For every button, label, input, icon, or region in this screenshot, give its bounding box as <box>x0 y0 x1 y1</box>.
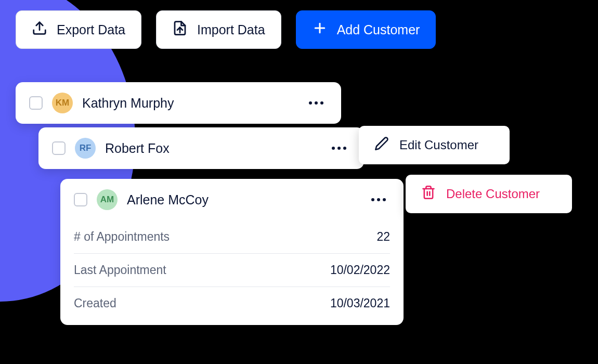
trash-icon <box>421 185 436 203</box>
plus-icon <box>312 20 328 39</box>
edit-customer-label: Edit Customer <box>399 138 478 152</box>
import-label: Import Data <box>197 22 265 37</box>
upload-icon <box>32 20 47 39</box>
export-label: Export Data <box>57 22 125 37</box>
detail-row: Created 10/03/2021 <box>74 287 390 320</box>
delete-customer-menu-item[interactable]: Delete Customer <box>406 175 572 213</box>
import-button[interactable]: Import Data <box>156 10 281 49</box>
last-appointment-label: Last Appointment <box>74 263 166 277</box>
edit-customer-menu-item[interactable]: Edit Customer <box>359 126 510 164</box>
checkbox[interactable] <box>29 96 43 110</box>
detail-row: Last Appointment 10/02/2022 <box>74 254 390 287</box>
detail-row: # of Appointments 22 <box>74 220 390 254</box>
add-customer-label: Add Customer <box>337 22 420 37</box>
customer-row: RF Robert Fox <box>38 127 364 169</box>
import-file-icon <box>172 20 188 39</box>
add-customer-button[interactable]: Add Customer <box>296 10 436 49</box>
avatar: AM <box>97 189 118 210</box>
customer-name: Kathryn Murphy <box>82 96 295 111</box>
appointments-label: # of Appointments <box>74 230 170 244</box>
toolbar: Export Data Import Data Add Customer <box>16 10 436 49</box>
checkbox[interactable] <box>52 141 66 155</box>
avatar: RF <box>75 138 96 159</box>
created-label: Created <box>74 296 116 310</box>
checkbox[interactable] <box>74 193 87 206</box>
last-appointment-value: 10/02/2022 <box>330 263 390 277</box>
created-value: 10/03/2021 <box>330 296 390 310</box>
more-icon[interactable] <box>305 97 328 109</box>
avatar: KM <box>52 93 73 113</box>
customer-name: Arlene McCoy <box>127 192 358 207</box>
customer-row-expanded: AM Arlene McCoy # of Appointments 22 Las… <box>60 179 404 325</box>
customer-details: # of Appointments 22 Last Appointment 10… <box>60 220 404 325</box>
appointments-value: 22 <box>376 230 390 244</box>
more-icon[interactable] <box>367 194 390 205</box>
customer-name: Robert Fox <box>105 141 318 156</box>
customer-row: KM Kathryn Murphy <box>16 82 341 124</box>
more-icon[interactable] <box>328 142 350 154</box>
pencil-icon <box>374 136 389 154</box>
export-button[interactable]: Export Data <box>16 10 141 49</box>
delete-customer-label: Delete Customer <box>446 187 540 201</box>
